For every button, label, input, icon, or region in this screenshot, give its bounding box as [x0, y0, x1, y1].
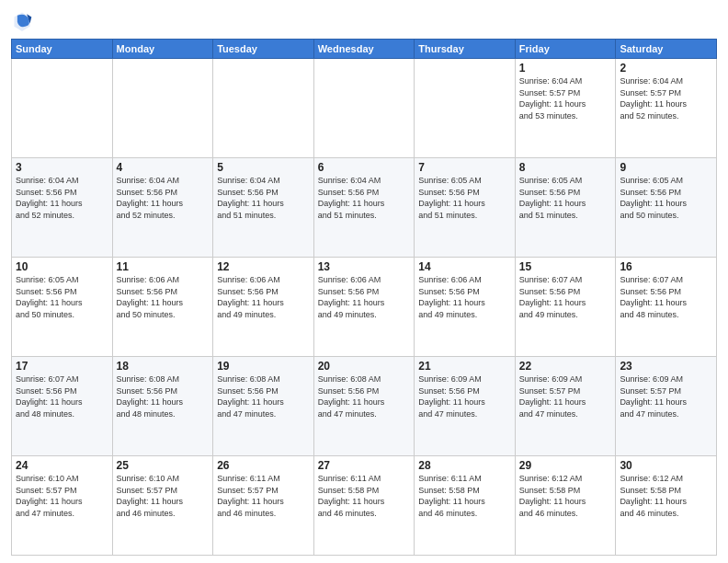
calendar-cell: 20Sunrise: 6:08 AM Sunset: 5:56 PM Dayli… — [313, 357, 415, 456]
calendar: SundayMondayTuesdayWednesdayThursdayFrid… — [11, 39, 717, 556]
day-number: 8 — [519, 161, 612, 174]
day-info: Sunrise: 6:09 AM Sunset: 5:56 PM Dayligh… — [418, 373, 511, 419]
day-info: Sunrise: 6:04 AM Sunset: 5:57 PM Dayligh… — [620, 75, 712, 121]
week-row-0: 1Sunrise: 6:04 AM Sunset: 5:57 PM Daylig… — [12, 59, 717, 158]
day-number: 1 — [519, 62, 612, 75]
day-info: Sunrise: 6:12 AM Sunset: 5:58 PM Dayligh… — [519, 473, 612, 519]
day-number: 27 — [318, 459, 411, 472]
day-number: 12 — [217, 260, 310, 273]
day-info: Sunrise: 6:05 AM Sunset: 5:56 PM Dayligh… — [519, 175, 612, 221]
day-number: 26 — [217, 459, 310, 472]
calendar-cell: 14Sunrise: 6:06 AM Sunset: 5:56 PM Dayli… — [415, 258, 516, 357]
weekday-friday: Friday — [515, 40, 616, 59]
day-number: 22 — [519, 360, 612, 373]
day-info: Sunrise: 6:06 AM Sunset: 5:56 PM Dayligh… — [217, 274, 310, 320]
week-row-2: 10Sunrise: 6:05 AM Sunset: 5:56 PM Dayli… — [12, 258, 717, 357]
day-number: 21 — [418, 360, 511, 373]
weekday-sunday: Sunday — [12, 40, 113, 59]
day-info: Sunrise: 6:09 AM Sunset: 5:57 PM Dayligh… — [620, 373, 712, 419]
calendar-cell — [415, 59, 516, 158]
day-info: Sunrise: 6:04 AM Sunset: 5:57 PM Dayligh… — [519, 75, 612, 121]
calendar-cell: 6Sunrise: 6:04 AM Sunset: 5:56 PM Daylig… — [313, 158, 415, 258]
calendar-cell: 22Sunrise: 6:09 AM Sunset: 5:57 PM Dayli… — [515, 357, 616, 456]
calendar-cell: 12Sunrise: 6:06 AM Sunset: 5:56 PM Dayli… — [213, 258, 314, 357]
day-info: Sunrise: 6:04 AM Sunset: 5:56 PM Dayligh… — [117, 175, 210, 221]
calendar-cell: 4Sunrise: 6:04 AM Sunset: 5:56 PM Daylig… — [112, 158, 213, 258]
calendar-cell: 28Sunrise: 6:11 AM Sunset: 5:58 PM Dayli… — [415, 456, 516, 556]
day-info: Sunrise: 6:05 AM Sunset: 5:56 PM Dayligh… — [16, 274, 108, 320]
day-number: 28 — [418, 459, 511, 472]
day-info: Sunrise: 6:05 AM Sunset: 5:56 PM Dayligh… — [418, 175, 511, 221]
calendar-cell — [12, 59, 113, 158]
weekday-saturday: Saturday — [616, 40, 717, 59]
day-number: 4 — [117, 161, 210, 174]
day-number: 25 — [117, 459, 210, 472]
weekday-thursday: Thursday — [415, 40, 516, 59]
day-number: 29 — [519, 459, 612, 472]
calendar-cell: 5Sunrise: 6:04 AM Sunset: 5:56 PM Daylig… — [213, 158, 314, 258]
day-info: Sunrise: 6:07 AM Sunset: 5:56 PM Dayligh… — [519, 274, 612, 320]
day-info: Sunrise: 6:11 AM Sunset: 5:58 PM Dayligh… — [318, 473, 411, 519]
day-number: 18 — [117, 360, 210, 373]
day-number: 13 — [318, 260, 411, 273]
calendar-cell: 18Sunrise: 6:08 AM Sunset: 5:56 PM Dayli… — [112, 357, 213, 456]
page: SundayMondayTuesdayWednesdayThursdayFrid… — [0, 0, 728, 563]
header — [11, 9, 717, 31]
day-info: Sunrise: 6:09 AM Sunset: 5:57 PM Dayligh… — [519, 373, 612, 419]
calendar-cell — [112, 59, 213, 158]
calendar-cell: 9Sunrise: 6:05 AM Sunset: 5:56 PM Daylig… — [616, 158, 717, 258]
logo-icon — [11, 9, 33, 31]
calendar-cell: 3Sunrise: 6:04 AM Sunset: 5:56 PM Daylig… — [12, 158, 113, 258]
calendar-cell — [213, 59, 314, 158]
weekday-header-row: SundayMondayTuesdayWednesdayThursdayFrid… — [12, 40, 717, 59]
day-number: 5 — [217, 161, 310, 174]
calendar-cell: 2Sunrise: 6:04 AM Sunset: 5:57 PM Daylig… — [616, 59, 717, 158]
day-info: Sunrise: 6:10 AM Sunset: 5:57 PM Dayligh… — [117, 473, 210, 519]
day-number: 7 — [418, 161, 511, 174]
day-info: Sunrise: 6:05 AM Sunset: 5:56 PM Dayligh… — [620, 175, 712, 221]
day-info: Sunrise: 6:10 AM Sunset: 5:57 PM Dayligh… — [16, 473, 108, 519]
day-number: 9 — [620, 161, 712, 174]
day-info: Sunrise: 6:07 AM Sunset: 5:56 PM Dayligh… — [16, 373, 108, 419]
day-number: 2 — [620, 62, 712, 75]
calendar-cell: 13Sunrise: 6:06 AM Sunset: 5:56 PM Dayli… — [313, 258, 415, 357]
calendar-cell: 30Sunrise: 6:12 AM Sunset: 5:58 PM Dayli… — [616, 456, 717, 556]
day-number: 23 — [620, 360, 712, 373]
calendar-cell: 26Sunrise: 6:11 AM Sunset: 5:57 PM Dayli… — [213, 456, 314, 556]
day-number: 16 — [620, 260, 712, 273]
day-number: 20 — [318, 360, 411, 373]
day-number: 17 — [16, 360, 108, 373]
day-info: Sunrise: 6:04 AM Sunset: 5:56 PM Dayligh… — [318, 175, 411, 221]
calendar-cell: 7Sunrise: 6:05 AM Sunset: 5:56 PM Daylig… — [415, 158, 516, 258]
calendar-cell: 11Sunrise: 6:06 AM Sunset: 5:56 PM Dayli… — [112, 258, 213, 357]
day-number: 19 — [217, 360, 310, 373]
calendar-cell: 23Sunrise: 6:09 AM Sunset: 5:57 PM Dayli… — [616, 357, 717, 456]
day-info: Sunrise: 6:08 AM Sunset: 5:56 PM Dayligh… — [117, 373, 210, 419]
week-row-1: 3Sunrise: 6:04 AM Sunset: 5:56 PM Daylig… — [12, 158, 717, 258]
weekday-tuesday: Tuesday — [213, 40, 314, 59]
day-number: 14 — [418, 260, 511, 273]
week-row-4: 24Sunrise: 6:10 AM Sunset: 5:57 PM Dayli… — [12, 456, 717, 556]
calendar-cell: 8Sunrise: 6:05 AM Sunset: 5:56 PM Daylig… — [515, 158, 616, 258]
calendar-cell: 27Sunrise: 6:11 AM Sunset: 5:58 PM Dayli… — [313, 456, 415, 556]
day-number: 15 — [519, 260, 612, 273]
calendar-cell: 29Sunrise: 6:12 AM Sunset: 5:58 PM Dayli… — [515, 456, 616, 556]
day-number: 24 — [16, 459, 108, 472]
day-info: Sunrise: 6:08 AM Sunset: 5:56 PM Dayligh… — [217, 373, 310, 419]
calendar-cell: 21Sunrise: 6:09 AM Sunset: 5:56 PM Dayli… — [415, 357, 516, 456]
calendar-cell: 10Sunrise: 6:05 AM Sunset: 5:56 PM Dayli… — [12, 258, 113, 357]
week-row-3: 17Sunrise: 6:07 AM Sunset: 5:56 PM Dayli… — [12, 357, 717, 456]
calendar-cell: 15Sunrise: 6:07 AM Sunset: 5:56 PM Dayli… — [515, 258, 616, 357]
weekday-monday: Monday — [112, 40, 213, 59]
calendar-cell: 16Sunrise: 6:07 AM Sunset: 5:56 PM Dayli… — [616, 258, 717, 357]
day-info: Sunrise: 6:04 AM Sunset: 5:56 PM Dayligh… — [16, 175, 108, 221]
weekday-wednesday: Wednesday — [313, 40, 415, 59]
day-info: Sunrise: 6:04 AM Sunset: 5:56 PM Dayligh… — [217, 175, 310, 221]
day-number: 10 — [16, 260, 108, 273]
day-info: Sunrise: 6:07 AM Sunset: 5:56 PM Dayligh… — [620, 274, 712, 320]
day-number: 3 — [16, 161, 108, 174]
day-info: Sunrise: 6:06 AM Sunset: 5:56 PM Dayligh… — [318, 274, 411, 320]
calendar-cell: 19Sunrise: 6:08 AM Sunset: 5:56 PM Dayli… — [213, 357, 314, 456]
day-info: Sunrise: 6:12 AM Sunset: 5:58 PM Dayligh… — [620, 473, 712, 519]
day-number: 11 — [117, 260, 210, 273]
